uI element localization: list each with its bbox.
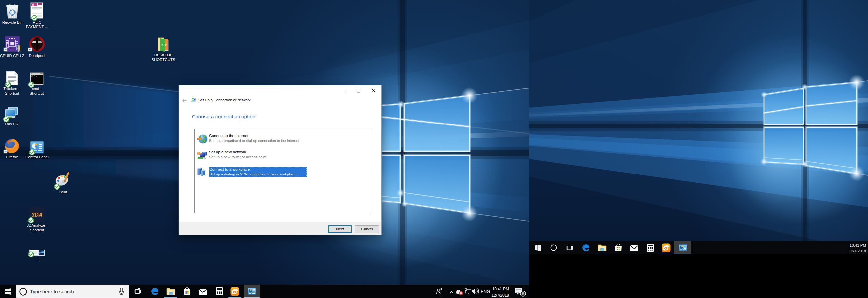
svg-text:S: S <box>161 44 163 47</box>
svg-text:C:\>_: C:\>_ <box>31 75 39 78</box>
svg-text:P: P <box>165 44 167 47</box>
svg-text:8: 8 <box>522 292 524 296</box>
